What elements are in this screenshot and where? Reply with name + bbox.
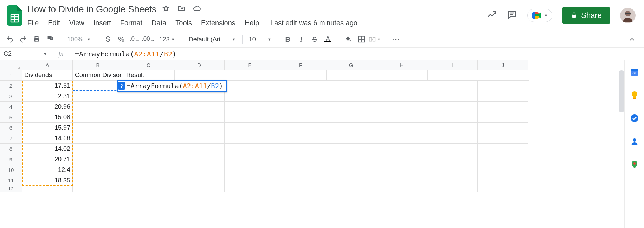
cell[interactable] <box>376 123 427 133</box>
cell[interactable] <box>73 175 123 186</box>
cell[interactable] <box>174 102 225 112</box>
row-header[interactable]: 6 <box>0 123 22 133</box>
cell[interactable] <box>123 165 174 175</box>
cell[interactable] <box>73 154 123 165</box>
cell[interactable]: 17.51 <box>22 81 73 91</box>
cell[interactable] <box>275 91 326 102</box>
text-color-button[interactable]: A <box>322 33 334 46</box>
cell[interactable] <box>225 102 275 112</box>
account-avatar[interactable] <box>620 8 636 23</box>
cell[interactable] <box>326 186 376 192</box>
cell[interactable] <box>428 70 478 81</box>
cell[interactable] <box>427 91 478 102</box>
cell[interactable] <box>123 123 174 133</box>
fill-color-button[interactable] <box>342 33 354 46</box>
cell[interactable] <box>225 175 275 186</box>
cell[interactable] <box>73 91 123 102</box>
col-header[interactable]: A <box>22 60 73 70</box>
formula-help-icon[interactable]: ? <box>118 82 125 90</box>
redo-button[interactable] <box>17 33 30 46</box>
row-header[interactable]: 4 <box>0 102 22 112</box>
cell[interactable] <box>225 144 275 154</box>
cell[interactable] <box>478 144 528 154</box>
cell[interactable] <box>22 186 73 192</box>
paint-format-button[interactable] <box>44 33 56 46</box>
cell[interactable] <box>73 186 123 192</box>
cell[interactable] <box>376 154 427 165</box>
zoom-select[interactable]: 100% ▼ <box>64 33 94 46</box>
cell[interactable]: 14.68 <box>22 133 73 144</box>
cell[interactable]: 15.08 <box>22 112 73 123</box>
percent-button[interactable]: % <box>115 33 128 46</box>
vertical-scrollbar[interactable] <box>619 70 624 112</box>
cell[interactable] <box>123 112 174 123</box>
cell[interactable] <box>376 165 427 175</box>
cell[interactable] <box>427 144 478 154</box>
cell[interactable] <box>275 175 326 186</box>
cell[interactable] <box>174 154 225 165</box>
row-header[interactable]: 10 <box>0 165 22 175</box>
bold-button[interactable]: B <box>282 33 294 46</box>
name-box[interactable]: C2 ▼ <box>0 48 51 60</box>
cell[interactable] <box>478 175 528 186</box>
cell[interactable] <box>326 81 376 91</box>
row-header[interactable]: 8 <box>0 144 22 154</box>
print-button[interactable] <box>30 33 43 46</box>
cell[interactable] <box>123 91 174 102</box>
cell[interactable] <box>73 123 123 133</box>
col-header[interactable]: J <box>478 60 528 70</box>
cell[interactable] <box>326 102 376 112</box>
cell[interactable] <box>326 144 376 154</box>
cell[interactable] <box>376 175 427 186</box>
cell[interactable] <box>326 123 376 133</box>
cell[interactable] <box>326 112 376 123</box>
cell[interactable] <box>123 102 174 112</box>
cell[interactable] <box>478 186 528 192</box>
cell[interactable]: 20.71 <box>22 154 73 165</box>
col-header[interactable]: F <box>275 60 326 70</box>
cell[interactable]: 12.4 <box>22 165 73 175</box>
contacts-icon[interactable] <box>630 137 639 147</box>
cell[interactable]: 15.97 <box>22 123 73 133</box>
select-all-corner[interactable] <box>0 60 22 70</box>
cell[interactable] <box>427 123 478 133</box>
cell[interactable]: 2.31 <box>22 91 73 102</box>
cell[interactable]: 20.96 <box>22 102 73 112</box>
cell[interactable] <box>376 186 427 192</box>
cell[interactable] <box>376 102 427 112</box>
cell[interactable] <box>225 81 275 91</box>
cell[interactable] <box>225 154 275 165</box>
collapse-toolbar-button[interactable] <box>626 33 638 46</box>
row-header[interactable]: 5 <box>0 112 22 123</box>
cell[interactable] <box>326 154 376 165</box>
row-header[interactable]: 1 <box>0 70 22 81</box>
calendar-icon[interactable]: 31 <box>630 67 639 78</box>
cell[interactable]: 14.02 <box>22 144 73 154</box>
cell[interactable] <box>377 70 428 81</box>
col-header[interactable]: B <box>73 60 123 70</box>
cell[interactable] <box>73 102 123 112</box>
cell[interactable] <box>326 91 376 102</box>
cell[interactable] <box>478 154 528 165</box>
spreadsheet-grid[interactable]: A B C D E F G H I J 1 Dividends Common D… <box>0 60 624 228</box>
cell[interactable] <box>225 91 275 102</box>
cell[interactable]: 1 <box>73 81 123 91</box>
cell[interactable] <box>73 133 123 144</box>
italic-button[interactable]: I <box>295 33 308 46</box>
maps-icon[interactable] <box>630 160 639 170</box>
cell[interactable] <box>326 175 376 186</box>
cell[interactable] <box>376 133 427 144</box>
cell[interactable] <box>326 165 376 175</box>
cell[interactable] <box>478 91 528 102</box>
merge-cells-button[interactable]: ▼ <box>368 33 381 46</box>
cell[interactable] <box>427 102 478 112</box>
menu-file[interactable]: File <box>27 19 39 27</box>
borders-button[interactable] <box>355 33 368 46</box>
cell[interactable] <box>174 133 225 144</box>
cell[interactable] <box>174 186 225 192</box>
cell[interactable] <box>225 165 275 175</box>
strikethrough-button[interactable]: S <box>308 33 321 46</box>
formula-input[interactable]: =ArrayFormula(A2:A11/B2) <box>71 48 644 60</box>
star-icon[interactable] <box>162 5 170 14</box>
cell[interactable] <box>123 154 174 165</box>
